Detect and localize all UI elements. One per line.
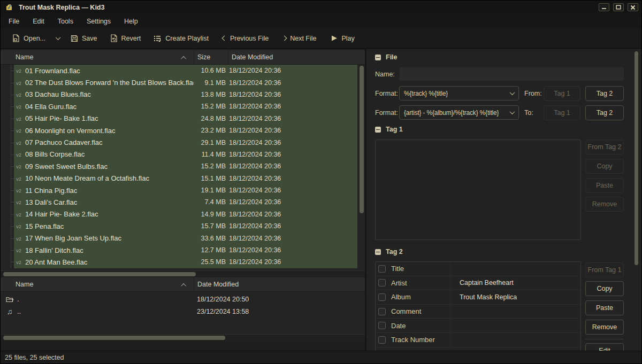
tag2-edit-button[interactable]: Edit bbox=[585, 343, 624, 351]
table-row[interactable]: v2 11 China Pig.flac 19.1 MB 18/12/2024 … bbox=[1, 184, 365, 196]
column-header-date-modified[interactable]: Date Modified bbox=[228, 50, 365, 64]
file-date-modified: 18/12/2024 20:36 bbox=[228, 235, 357, 242]
field-checkbox[interactable] bbox=[378, 265, 386, 273]
table-row[interactable]: v2 01 Frownland.flac 10.6 MB 18/12/2024 … bbox=[1, 65, 365, 76]
file-section-header[interactable]: File bbox=[375, 53, 398, 61]
field-value[interactable]: Captain Beefheart bbox=[450, 279, 514, 286]
tag1-remove-button[interactable]: Remove bbox=[585, 197, 624, 212]
menu-item[interactable]: Settings bbox=[82, 16, 116, 27]
close-icon bbox=[630, 5, 636, 10]
tag2-field-row[interactable]: Title bbox=[376, 262, 580, 276]
table-row[interactable]: v2 13 Dali's Car.flac 7.4 MB 18/12/2024 … bbox=[1, 196, 365, 208]
tag1-copy-button[interactable]: Copy bbox=[585, 159, 624, 174]
tag2-copy-button[interactable]: Copy bbox=[585, 281, 624, 296]
open-button[interactable]: Open... bbox=[8, 32, 50, 45]
tag-pane-vertical-scrollbar[interactable] bbox=[634, 50, 639, 350]
to-tag1-button[interactable]: Tag 1 bbox=[544, 105, 580, 120]
column-header-size[interactable]: Size bbox=[194, 50, 228, 64]
tag2-field-row[interactable]: Comment bbox=[376, 305, 580, 319]
column-header-name[interactable]: Name bbox=[1, 50, 194, 64]
table-row[interactable]: v2 02 The Dust Blows Forward 'n the Dust… bbox=[1, 76, 365, 88]
menu-item[interactable]: Help bbox=[119, 16, 143, 27]
collapse-icon[interactable] bbox=[375, 55, 381, 60]
previous-file-button[interactable]: Previous File bbox=[218, 32, 273, 45]
to-tag2-label: Tag 2 bbox=[597, 109, 613, 117]
open-dropdown-button[interactable] bbox=[54, 34, 62, 43]
scrollbar-thumb[interactable] bbox=[635, 51, 638, 265]
tag2-from-tag1-button[interactable]: From Tag 1 bbox=[585, 262, 624, 277]
tag1-section-header[interactable]: Tag 1 bbox=[375, 126, 403, 133]
table-row[interactable]: v2 18 Fallin' Ditch.flac 12.7 MB 18/12/2… bbox=[1, 244, 365, 256]
tag2-field-row[interactable]: Date bbox=[376, 319, 580, 333]
format-from-combobox[interactable]: %{track} %{title} bbox=[399, 86, 519, 100]
next-file-button[interactable]: Next File bbox=[278, 32, 320, 45]
tag2-field-row[interactable]: Album Trout Mask Replica bbox=[376, 290, 580, 305]
table-row[interactable]: v2 07 Pachuco Cadaver.flac 29.1 MB 18/12… bbox=[1, 136, 365, 148]
table-row[interactable]: v2 08 Bills Corpse.flac 11.4 MB 18/12/20… bbox=[1, 149, 365, 160]
field-checkbox[interactable] bbox=[378, 336, 386, 344]
menu-item[interactable]: Edit bbox=[28, 16, 49, 27]
minimize-button[interactable] bbox=[599, 3, 609, 11]
folder-list-horizontal-scrollbar[interactable] bbox=[1, 334, 365, 341]
file-date-modified: 18/12/2024 20:36 bbox=[228, 198, 357, 206]
table-row[interactable]: v2 06 Moonlight on Vermont.flac 23.2 MB … bbox=[1, 125, 365, 136]
file-list-horizontal-scrollbar[interactable] bbox=[1, 270, 365, 277]
column-header-name[interactable]: Name bbox=[1, 277, 194, 291]
table-row[interactable]: v2 17 When Big Joan Sets Up.flac 33.6 MB… bbox=[1, 232, 365, 244]
from-tag2-format-button[interactable]: Tag 2 bbox=[585, 86, 624, 101]
tag2-field-row[interactable]: Track Number bbox=[376, 333, 580, 347]
table-row[interactable]: v2 03 Dachau Blues.flac 13.8 MB 18/12/20… bbox=[1, 89, 365, 100]
file-date-modified: 18/12/2024 20:36 bbox=[228, 246, 357, 254]
field-checkbox[interactable] bbox=[378, 293, 386, 301]
scrollbar-thumb[interactable] bbox=[360, 66, 364, 213]
file-name: 01 Frownland.flac bbox=[25, 67, 80, 75]
table-row[interactable]: v2 20 Ant Man Bee.flac 25.5 MB 18/12/202… bbox=[1, 256, 365, 268]
play-label: Play bbox=[342, 35, 355, 42]
tag2-paste-button[interactable]: Paste bbox=[585, 300, 624, 315]
table-row[interactable]: v2 10 Neon Meate Dream of a Octafish.fla… bbox=[1, 173, 365, 184]
tree-branch bbox=[1, 113, 14, 125]
field-checkbox[interactable] bbox=[378, 308, 386, 315]
tag1-remove-label: Remove bbox=[592, 200, 617, 208]
revert-button[interactable]: Revert bbox=[106, 32, 146, 45]
tree-branch bbox=[1, 244, 14, 256]
field-checkbox[interactable] bbox=[378, 279, 386, 286]
selected-row-area: v2 05 Hair Pie- Bake 1.flac 24.8 MB 18/1… bbox=[14, 113, 357, 125]
selected-row-area: v2 01 Frownland.flac 10.6 MB 18/12/2024 … bbox=[14, 65, 357, 76]
maximize-button[interactable] bbox=[613, 3, 624, 11]
collapse-icon[interactable] bbox=[375, 127, 381, 133]
tag2-remove-button[interactable]: Remove bbox=[585, 320, 624, 335]
folder-row-current[interactable]: . 18/12/2024 20:50 bbox=[1, 293, 365, 305]
to-tag2-button[interactable]: Tag 2 bbox=[585, 105, 624, 120]
tag2-section-title: Tag 2 bbox=[386, 248, 403, 255]
file-section-title: File bbox=[386, 53, 398, 61]
tag1-paste-button[interactable]: Paste bbox=[585, 178, 624, 193]
play-button[interactable]: Play bbox=[326, 32, 359, 45]
create-playlist-button[interactable]: Create Playlist bbox=[149, 32, 213, 45]
table-row[interactable]: v2 09 Sweet Sweet Bulbs.flac 15.2 MB 18/… bbox=[1, 160, 365, 172]
scrollbar-thumb[interactable] bbox=[3, 336, 225, 340]
tag2-section-header[interactable]: Tag 2 bbox=[375, 248, 403, 255]
folder-row-parent[interactable]: ♫ .. 23/12/2024 13:58 bbox=[1, 305, 365, 317]
column-header-date-modified[interactable]: Date Modified bbox=[194, 277, 365, 291]
collapse-icon[interactable] bbox=[375, 249, 381, 255]
file-date-modified: 18/12/2024 20:36 bbox=[228, 151, 357, 158]
from-tag1-button[interactable]: Tag 1 bbox=[544, 86, 580, 101]
save-button[interactable]: Save bbox=[66, 32, 102, 45]
file-name-input[interactable] bbox=[399, 67, 624, 81]
tag2-field-row[interactable]: Artist Captain Beefheart bbox=[376, 276, 580, 291]
table-row[interactable]: v2 14 Hair Pie- Bake 2.flac 14.9 MB 18/1… bbox=[1, 208, 365, 220]
field-value[interactable]: Trout Mask Replica bbox=[450, 293, 517, 301]
tag1-from-tag2-button[interactable]: From Tag 2 bbox=[585, 140, 624, 154]
format-to-combobox[interactable]: {artist} - %{album}/%{track} %{title} bbox=[399, 105, 519, 120]
menu-item[interactable]: File bbox=[4, 16, 24, 27]
field-checkbox[interactable] bbox=[378, 322, 386, 329]
scrollbar-thumb[interactable] bbox=[3, 272, 196, 276]
close-button[interactable] bbox=[628, 3, 638, 11]
table-row[interactable]: v2 05 Hair Pie- Bake 1.flac 24.8 MB 18/1… bbox=[1, 113, 365, 125]
menu-item[interactable]: Tools bbox=[53, 16, 78, 27]
table-row[interactable]: v2 04 Ella Guru.flac 15.2 MB 18/12/2024 … bbox=[1, 100, 365, 112]
file-name: 06 Moonlight on Vermont.flac bbox=[25, 127, 115, 135]
table-row[interactable]: v2 15 Pena.flac 15.7 MB 18/12/2024 20:36 bbox=[1, 220, 365, 232]
file-date-modified: 18/12/2024 20:36 bbox=[228, 103, 357, 110]
